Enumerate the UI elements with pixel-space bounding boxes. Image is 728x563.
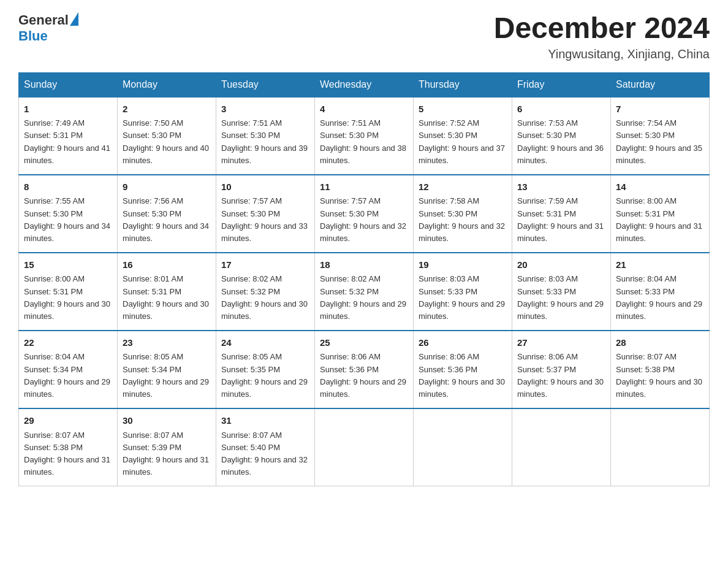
calendar-day-cell [414, 408, 512, 486]
day-number: 12 [419, 180, 507, 194]
page-header: General Blue December 2024 Yingwusitang,… [18, 12, 710, 61]
day-info: Sunrise: 8:00 AMSunset: 5:31 PMDaylight:… [616, 195, 704, 245]
day-number: 22 [24, 336, 112, 350]
logo-general: General [18, 12, 69, 28]
calendar-day-cell: 22Sunrise: 8:04 AMSunset: 5:34 PMDayligh… [19, 331, 118, 408]
logo: General Blue [18, 12, 78, 44]
weekday-header: Monday [118, 72, 216, 97]
day-info: Sunrise: 8:05 AMSunset: 5:35 PMDaylight:… [221, 351, 309, 400]
day-info: Sunrise: 7:58 AMSunset: 5:30 PMDaylight:… [419, 195, 507, 245]
day-number: 20 [517, 258, 605, 272]
day-number: 7 [616, 102, 704, 117]
weekday-header: Wednesday [315, 72, 414, 97]
day-number: 24 [221, 336, 309, 350]
calendar-day-cell: 19Sunrise: 8:03 AMSunset: 5:33 PMDayligh… [414, 253, 512, 331]
weekday-header: Saturday [611, 72, 710, 97]
day-info: Sunrise: 8:00 AMSunset: 5:31 PMDaylight:… [24, 273, 112, 323]
day-number: 17 [221, 258, 309, 272]
day-number: 13 [517, 180, 605, 194]
day-number: 9 [123, 180, 211, 194]
day-info: Sunrise: 8:07 AMSunset: 5:38 PMDaylight:… [24, 429, 112, 479]
day-number: 25 [320, 336, 408, 350]
day-info: Sunrise: 8:07 AMSunset: 5:39 PMDaylight:… [123, 429, 211, 479]
calendar-day-cell: 24Sunrise: 8:05 AMSunset: 5:35 PMDayligh… [216, 331, 315, 408]
calendar-week-row: 15Sunrise: 8:00 AMSunset: 5:31 PMDayligh… [19, 253, 710, 331]
day-info: Sunrise: 7:51 AMSunset: 5:30 PMDaylight:… [221, 117, 309, 167]
calendar-day-cell: 14Sunrise: 8:00 AMSunset: 5:31 PMDayligh… [611, 175, 710, 253]
calendar-day-cell: 2Sunrise: 7:50 AMSunset: 5:30 PMDaylight… [118, 97, 216, 175]
month-title: December 2024 [494, 12, 710, 45]
day-number: 2 [123, 102, 211, 117]
calendar-day-cell: 3Sunrise: 7:51 AMSunset: 5:30 PMDaylight… [216, 97, 315, 175]
calendar-day-cell: 5Sunrise: 7:52 AMSunset: 5:30 PMDaylight… [414, 97, 512, 175]
day-info: Sunrise: 8:02 AMSunset: 5:32 PMDaylight:… [320, 273, 408, 323]
day-number: 18 [320, 258, 408, 272]
day-number: 5 [419, 102, 507, 117]
day-info: Sunrise: 8:06 AMSunset: 5:37 PMDaylight:… [517, 351, 605, 400]
day-number: 29 [24, 414, 112, 428]
day-info: Sunrise: 7:49 AMSunset: 5:31 PMDaylight:… [24, 117, 112, 167]
day-number: 31 [221, 414, 309, 428]
day-info: Sunrise: 7:54 AMSunset: 5:30 PMDaylight:… [616, 117, 704, 167]
calendar-table: SundayMondayTuesdayWednesdayThursdayFrid… [18, 72, 710, 486]
logo-triangle-icon [70, 12, 78, 26]
day-number: 26 [419, 336, 507, 350]
day-info: Sunrise: 8:02 AMSunset: 5:32 PMDaylight:… [221, 273, 309, 323]
calendar-day-cell: 30Sunrise: 8:07 AMSunset: 5:39 PMDayligh… [118, 408, 216, 486]
day-info: Sunrise: 8:04 AMSunset: 5:34 PMDaylight:… [24, 351, 112, 400]
calendar-day-cell: 29Sunrise: 8:07 AMSunset: 5:38 PMDayligh… [19, 408, 118, 486]
day-number: 15 [24, 258, 112, 272]
calendar-day-cell [315, 408, 414, 486]
calendar-day-cell: 16Sunrise: 8:01 AMSunset: 5:31 PMDayligh… [118, 253, 216, 331]
calendar-day-cell [611, 408, 710, 486]
calendar-week-row: 1Sunrise: 7:49 AMSunset: 5:31 PMDaylight… [19, 97, 710, 175]
calendar-day-cell: 10Sunrise: 7:57 AMSunset: 5:30 PMDayligh… [216, 175, 315, 253]
calendar-week-row: 22Sunrise: 8:04 AMSunset: 5:34 PMDayligh… [19, 331, 710, 408]
day-number: 16 [123, 258, 211, 272]
calendar-day-cell: 9Sunrise: 7:56 AMSunset: 5:30 PMDaylight… [118, 175, 216, 253]
day-number: 6 [517, 102, 605, 117]
calendar-day-cell: 8Sunrise: 7:55 AMSunset: 5:30 PMDaylight… [19, 175, 118, 253]
day-number: 21 [616, 258, 704, 272]
day-number: 27 [517, 336, 605, 350]
calendar-day-cell: 21Sunrise: 8:04 AMSunset: 5:33 PMDayligh… [611, 253, 710, 331]
day-number: 4 [320, 102, 408, 117]
calendar-day-cell: 18Sunrise: 8:02 AMSunset: 5:32 PMDayligh… [315, 253, 414, 331]
weekday-header: Tuesday [216, 72, 315, 97]
calendar-header: SundayMondayTuesdayWednesdayThursdayFrid… [19, 72, 710, 97]
day-info: Sunrise: 8:07 AMSunset: 5:40 PMDaylight:… [221, 429, 309, 479]
day-info: Sunrise: 7:51 AMSunset: 5:30 PMDaylight:… [320, 117, 408, 167]
calendar-day-cell: 28Sunrise: 8:07 AMSunset: 5:38 PMDayligh… [611, 331, 710, 408]
weekday-header: Sunday [19, 72, 118, 97]
day-info: Sunrise: 7:52 AMSunset: 5:30 PMDaylight:… [419, 117, 507, 167]
calendar-day-cell: 13Sunrise: 7:59 AMSunset: 5:31 PMDayligh… [512, 175, 611, 253]
day-info: Sunrise: 8:06 AMSunset: 5:36 PMDaylight:… [320, 351, 408, 400]
day-number: 30 [123, 414, 211, 428]
day-info: Sunrise: 7:50 AMSunset: 5:30 PMDaylight:… [123, 117, 211, 167]
calendar-day-cell: 11Sunrise: 7:57 AMSunset: 5:30 PMDayligh… [315, 175, 414, 253]
day-info: Sunrise: 8:01 AMSunset: 5:31 PMDaylight:… [123, 273, 211, 323]
day-info: Sunrise: 7:53 AMSunset: 5:30 PMDaylight:… [517, 117, 605, 167]
calendar-day-cell: 17Sunrise: 8:02 AMSunset: 5:32 PMDayligh… [216, 253, 315, 331]
day-info: Sunrise: 8:03 AMSunset: 5:33 PMDaylight:… [517, 273, 605, 323]
day-info: Sunrise: 8:07 AMSunset: 5:38 PMDaylight:… [616, 351, 704, 400]
calendar-day-cell: 31Sunrise: 8:07 AMSunset: 5:40 PMDayligh… [216, 408, 315, 486]
day-number: 28 [616, 336, 704, 350]
calendar-day-cell: 4Sunrise: 7:51 AMSunset: 5:30 PMDaylight… [315, 97, 414, 175]
calendar-week-row: 29Sunrise: 8:07 AMSunset: 5:38 PMDayligh… [19, 408, 710, 486]
day-info: Sunrise: 8:04 AMSunset: 5:33 PMDaylight:… [616, 273, 704, 323]
logo-blue: Blue [18, 28, 48, 44]
calendar-day-cell: 6Sunrise: 7:53 AMSunset: 5:30 PMDaylight… [512, 97, 611, 175]
calendar-day-cell: 1Sunrise: 7:49 AMSunset: 5:31 PMDaylight… [19, 97, 118, 175]
calendar-day-cell: 26Sunrise: 8:06 AMSunset: 5:36 PMDayligh… [414, 331, 512, 408]
day-info: Sunrise: 7:56 AMSunset: 5:30 PMDaylight:… [123, 195, 211, 245]
day-info: Sunrise: 8:03 AMSunset: 5:33 PMDaylight:… [419, 273, 507, 323]
day-number: 23 [123, 336, 211, 350]
day-info: Sunrise: 8:06 AMSunset: 5:36 PMDaylight:… [419, 351, 507, 400]
day-number: 14 [616, 180, 704, 194]
day-number: 1 [24, 102, 112, 117]
calendar-day-cell: 15Sunrise: 8:00 AMSunset: 5:31 PMDayligh… [19, 253, 118, 331]
calendar-day-cell [512, 408, 611, 486]
calendar-day-cell: 7Sunrise: 7:54 AMSunset: 5:30 PMDaylight… [611, 97, 710, 175]
weekday-header: Thursday [414, 72, 512, 97]
